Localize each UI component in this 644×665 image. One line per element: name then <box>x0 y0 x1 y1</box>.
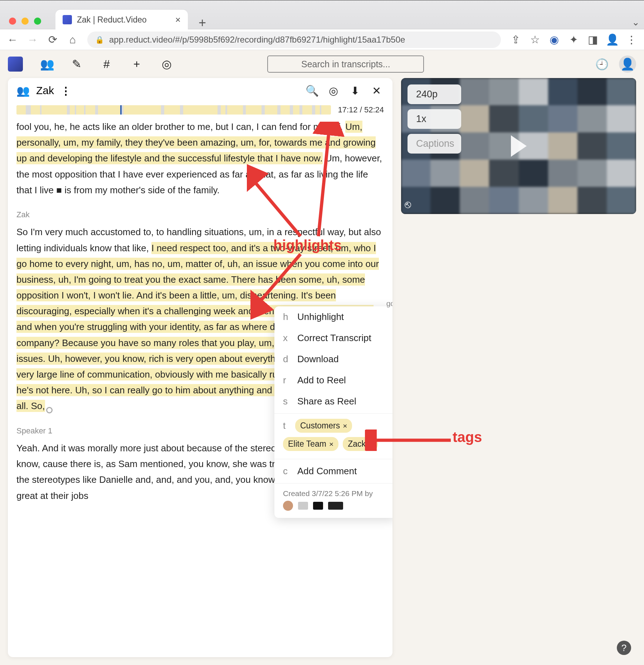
review-icon[interactable]: ◎ <box>160 57 173 71</box>
maximize-window-icon[interactable] <box>34 18 41 25</box>
menu-item-unhighlight[interactable]: hUnhighlight <box>274 306 392 327</box>
redacted-block <box>313 502 323 510</box>
remove-tag-icon[interactable]: × <box>329 440 333 448</box>
browser-menu-icon[interactable]: ⋮ <box>626 34 637 45</box>
review-icon-2[interactable]: ◎ <box>326 84 341 97</box>
highlight-context-menu: go hUnhighlightxCorrect TranscriptdDownl… <box>274 306 392 518</box>
menu-item-correct-transcript[interactable]: xCorrect Transcript <box>274 327 392 349</box>
video-player[interactable]: 240p 1x Captions ⎋ <box>401 78 636 214</box>
speed-button[interactable]: 1x <box>408 109 461 129</box>
highlighter-icon[interactable]: ✎ <box>70 57 83 71</box>
help-button[interactable]: ? <box>617 641 631 655</box>
timestamp-ago: go <box>386 299 392 308</box>
created-by-label: Created 3/7/22 5:26 PM by <box>274 485 392 501</box>
time-indicator: 17:12 / 52:24 <box>338 105 384 115</box>
tab-title: Zak | Reduct.Video <box>77 15 170 25</box>
search-icon[interactable]: 🔍 <box>304 84 319 97</box>
user-avatar[interactable]: 👤 <box>619 55 636 73</box>
browser-nav-bar: ← → ⟳ ⌂ 🔒 app.reduct.video/#/p/5998b5f69… <box>0 29 644 50</box>
side-panel-icon[interactable]: ◨ <box>587 34 598 45</box>
redacted-block <box>298 502 308 510</box>
forward-button[interactable]: → <box>27 34 38 45</box>
url-text: app.reduct.video/#/p/5998b5f692/recordin… <box>109 35 405 45</box>
selection-end-handle[interactable] <box>46 407 53 413</box>
window-controls[interactable] <box>9 18 41 25</box>
back-button[interactable]: ← <box>7 34 18 45</box>
speakers-icon[interactable]: 👥 <box>16 84 30 97</box>
profile-icon[interactable]: 👤 <box>607 34 618 45</box>
tag-shortcut-key: t <box>283 420 289 431</box>
new-tab-button[interactable]: + <box>199 15 206 30</box>
add-comment-item[interactable]: c Add Comment <box>274 461 392 482</box>
app-toolbar: 👥 ✎ # + ◎ Search in transcripts... 🕘 👤 <box>0 50 644 78</box>
redacted-block <box>328 502 343 510</box>
timeline[interactable] <box>16 105 331 115</box>
menu-item-add-to-reel[interactable]: rAdd to Reel <box>274 370 392 391</box>
recordings-icon[interactable]: 👥 <box>40 57 53 71</box>
browser-tab-strip: Zak | Reduct.Video × + ⌄ <box>0 0 644 29</box>
recording-header: 👥 Zak ⋮ 🔍 ◎ ⬇ ✕ <box>8 78 392 103</box>
app-logo[interactable] <box>8 57 23 72</box>
search-input[interactable]: Search in transcripts... <box>267 55 424 73</box>
tag-chip[interactable]: Elite Team× <box>283 437 338 451</box>
menu-item-download[interactable]: dDownload <box>274 349 392 370</box>
recording-title: Zak <box>36 84 54 97</box>
close-window-icon[interactable] <box>9 18 16 25</box>
download-icon[interactable]: ⬇ <box>347 84 362 97</box>
hashtag-icon[interactable]: # <box>100 58 113 71</box>
tag-chip[interactable]: Zack× <box>343 437 378 451</box>
recording-menu-icon[interactable]: ⋮ <box>60 84 71 97</box>
address-bar[interactable]: 🔒 app.reduct.video/#/p/5998b5f692/record… <box>87 31 501 48</box>
tab-favicon <box>63 15 72 24</box>
transcript-paragraph: fool you, he, he acts like an older brot… <box>16 119 384 198</box>
quality-button[interactable]: 240p <box>408 84 461 104</box>
close-tab-icon[interactable]: × <box>175 14 181 25</box>
tabs-overflow-icon[interactable]: ⌄ <box>632 17 640 28</box>
speaker-label: Zak <box>16 208 384 221</box>
created-by-users <box>274 501 392 518</box>
remove-tag-icon[interactable]: × <box>369 440 373 448</box>
tag-chip[interactable]: Customers× <box>295 419 352 433</box>
close-panel-icon[interactable]: ✕ <box>369 84 384 97</box>
extension-icon-1[interactable]: ◉ <box>549 34 560 45</box>
user-avatar-small <box>283 501 293 511</box>
home-button[interactable]: ⌂ <box>67 34 78 45</box>
remove-tag-icon[interactable]: × <box>343 422 347 430</box>
menu-item-share-as-reel[interactable]: sShare as Reel <box>274 391 392 412</box>
lock-icon: 🔒 <box>95 35 104 44</box>
history-icon[interactable]: 🕘 <box>595 58 608 71</box>
extensions-icon[interactable]: ✦ <box>568 34 579 45</box>
play-icon[interactable] <box>511 135 527 157</box>
browser-tab[interactable]: Zak | Reduct.Video × <box>55 10 188 30</box>
bookmark-icon[interactable]: ☆ <box>530 34 540 45</box>
transcript-panel: 👥 Zak ⋮ 🔍 ◎ ⬇ ✕ 17:12 / 52:24 fool you, … <box>8 78 392 657</box>
timeline-row: 17:12 / 52:24 <box>8 103 392 119</box>
share-icon[interactable]: ⇪ <box>510 34 521 45</box>
reload-button[interactable]: ⟳ <box>47 34 58 45</box>
search-placeholder: Search in transcripts... <box>301 59 390 69</box>
cast-icon[interactable]: ⎋ <box>405 198 411 210</box>
tag-section: t Customers×Elite Team×Zack× <box>274 415 392 457</box>
add-icon[interactable]: + <box>130 58 143 71</box>
minimize-window-icon[interactable] <box>21 18 29 25</box>
captions-button[interactable]: Captions <box>408 134 461 154</box>
